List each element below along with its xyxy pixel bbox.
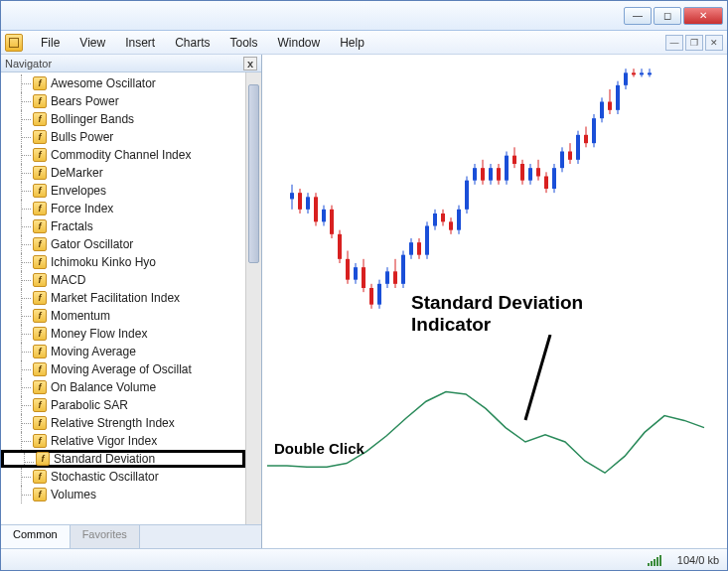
svg-rect-75 (584, 135, 588, 143)
indicator-item[interactable]: fIchimoku Kinko Hyo (1, 253, 245, 271)
indicator-label: Parabolic SAR (51, 398, 128, 412)
navigator-tabs: Common Favorites (1, 524, 261, 548)
function-icon: f (33, 202, 47, 215)
indicator-item[interactable]: fBulls Power (1, 128, 245, 146)
indicator-label: Moving Average (51, 345, 136, 358)
titlebar[interactable]: — ◻ ✕ (1, 1, 727, 31)
indicator-item[interactable]: fParabolic SAR (1, 396, 245, 414)
svg-rect-1 (290, 193, 294, 199)
indicator-label: Fractals (51, 219, 93, 233)
menu-insert[interactable]: Insert (115, 33, 165, 53)
menu-tools[interactable]: Tools (220, 33, 268, 53)
window-close-button[interactable]: ✕ (683, 7, 723, 25)
menu-view[interactable]: View (70, 33, 115, 53)
indicator-label: Money Flow Index (51, 327, 147, 341)
svg-rect-47 (473, 168, 477, 181)
indicator-item[interactable]: fEnvelopes (1, 182, 245, 200)
indicator-label: Awesome Oscillator (51, 76, 156, 90)
annotation-action: Double Click (274, 440, 364, 457)
navigator-tab-favorites[interactable]: Favorites (71, 525, 140, 548)
indicator-item[interactable]: fMACD (1, 271, 245, 289)
status-traffic: 104/0 kb (677, 554, 719, 566)
menu-window[interactable]: Window (268, 33, 331, 53)
indicator-item[interactable]: fFractals (1, 217, 245, 235)
indicator-item[interactable]: fBollinger Bands (1, 110, 245, 128)
indicator-item[interactable]: fForce Index (1, 200, 245, 217)
indicator-item[interactable]: fStochastic Oscillator (1, 468, 245, 486)
menu-charts[interactable]: Charts (165, 33, 219, 53)
indicator-item[interactable]: fMarket Facilitation Index (1, 289, 245, 307)
function-icon: f (36, 452, 50, 466)
indicator-item[interactable]: fAwesome Oscillator (1, 74, 245, 92)
svg-rect-11 (330, 210, 334, 234)
svg-rect-87 (632, 72, 636, 74)
navigator-tree[interactable]: fAwesome OscillatorfBears PowerfBollinge… (1, 72, 245, 524)
indicator-item[interactable]: fDeMarker (1, 164, 245, 182)
navigator-scrollbar[interactable] (245, 72, 261, 524)
menu-help[interactable]: Help (330, 33, 374, 53)
indicator-label: DeMarker (51, 166, 103, 180)
menu-file[interactable]: File (31, 33, 70, 53)
svg-rect-37 (433, 214, 437, 226)
function-icon: f (33, 237, 47, 251)
function-icon: f (33, 488, 47, 501)
svg-rect-35 (425, 226, 429, 255)
annotation-title-line2: Indicator (411, 314, 491, 336)
annotation-title-line1: Standard Deviation (411, 292, 583, 314)
mdi-restore-button[interactable]: ❐ (685, 35, 703, 51)
indicator-item[interactable]: fMoney Flow Index (1, 325, 245, 343)
indicator-label: Force Index (51, 202, 113, 215)
indicator-item[interactable]: fMoving Average of Oscillat (1, 360, 245, 378)
mdi-minimize-button[interactable]: — (665, 35, 683, 51)
indicator-item[interactable]: fMoving Average (1, 343, 245, 360)
indicator-item[interactable]: fGator Oscillator (1, 235, 245, 253)
indicator-item[interactable]: fBears Power (1, 92, 245, 110)
annotation-arrow-line (520, 335, 560, 424)
indicator-label: Ichimoku Kinko Hyo (51, 255, 156, 269)
svg-rect-25 (385, 271, 389, 284)
indicator-item[interactable]: fMomentum (1, 307, 245, 325)
indicator-label: MACD (51, 273, 85, 287)
function-icon: f (33, 94, 47, 108)
svg-rect-19 (362, 267, 365, 288)
app-window: — ◻ ✕ File View Insert Charts Tools Wind… (0, 0, 728, 571)
indicator-item[interactable]: fStandard Deviation (1, 450, 245, 468)
function-icon: f (33, 148, 47, 162)
svg-rect-9 (322, 210, 326, 222)
chart-area[interactable]: Standard Deviation Indicator Double Clic… (262, 55, 727, 548)
navigator-title: Navigator (5, 58, 52, 70)
svg-rect-31 (409, 242, 413, 255)
indicator-item[interactable]: fOn Balance Volume (1, 378, 245, 396)
indicator-label: Gator Oscillator (51, 237, 133, 251)
navigator-scrollbar-thumb[interactable] (248, 84, 259, 263)
svg-rect-65 (544, 177, 548, 190)
navigator-close-button[interactable]: x (243, 57, 257, 71)
svg-rect-61 (528, 168, 532, 181)
indicator-label: Relative Vigor Index (51, 434, 157, 448)
svg-rect-89 (640, 72, 644, 74)
function-icon: f (33, 184, 47, 198)
indicator-item[interactable]: fRelative Vigor Index (1, 432, 245, 450)
svg-rect-59 (520, 164, 524, 181)
navigator-tree-wrap: fAwesome OscillatorfBears PowerfBollinge… (1, 72, 261, 524)
function-icon: f (33, 362, 47, 376)
svg-rect-77 (592, 118, 596, 143)
indicator-item[interactable]: fCommodity Channel Index (1, 146, 245, 164)
navigator-header: Navigator x (1, 55, 261, 72)
navigator-tab-common[interactable]: Common (1, 525, 71, 548)
window-maximize-button[interactable]: ◻ (654, 7, 681, 25)
window-minimize-button[interactable]: — (624, 7, 652, 25)
indicator-label: Relative Strength Index (51, 416, 175, 430)
indicator-item[interactable]: fRelative Strength Index (1, 414, 245, 432)
mdi-close-button[interactable]: ✕ (705, 35, 723, 51)
indicator-label: Bollinger Bands (51, 112, 134, 126)
function-icon: f (33, 112, 47, 126)
indicator-item[interactable]: fVolumes (1, 486, 245, 503)
function-icon: f (33, 273, 47, 287)
indicator-label: Stochastic Oscillator (51, 470, 159, 484)
svg-rect-17 (354, 267, 358, 280)
svg-rect-83 (616, 85, 620, 110)
svg-rect-33 (417, 242, 421, 255)
svg-rect-57 (512, 156, 516, 164)
svg-rect-3 (298, 193, 302, 210)
